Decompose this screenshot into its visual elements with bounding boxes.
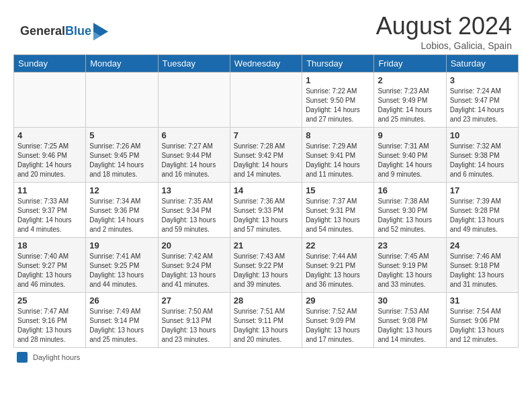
table-row: 20Sunrise: 7:42 AM Sunset: 9:24 PM Dayli… [158,238,230,293]
day-number: 15 [306,185,370,195]
table-row: 8Sunrise: 7:29 AM Sunset: 9:41 PM Daylig… [302,128,374,183]
calendar-table: Sunday Monday Tuesday Wednesday Thursday… [13,54,519,348]
table-row: 21Sunrise: 7:43 AM Sunset: 9:22 PM Dayli… [230,238,302,293]
day-info: Sunrise: 7:31 AM Sunset: 9:40 PM Dayligh… [378,142,442,179]
month-year: August 2024 [376,12,512,40]
calendar-week-3: 11Sunrise: 7:33 AM Sunset: 9:37 PM Dayli… [14,183,519,238]
table-row: 31Sunrise: 7:54 AM Sunset: 9:06 PM Dayli… [446,293,518,348]
table-row: 23Sunrise: 7:45 AM Sunset: 9:19 PM Dayli… [374,238,446,293]
col-sunday: Sunday [14,55,86,73]
day-info: Sunrise: 7:26 AM Sunset: 9:45 PM Dayligh… [89,142,154,179]
table-row: 26Sunrise: 7:49 AM Sunset: 9:14 PM Dayli… [86,293,158,348]
day-info: Sunrise: 7:36 AM Sunset: 9:33 PM Dayligh… [234,197,298,234]
day-number: 30 [378,295,442,306]
day-number: 23 [378,240,442,250]
table-row: 25Sunrise: 7:47 AM Sunset: 9:16 PM Dayli… [14,293,86,348]
table-row: 3Sunrise: 7:24 AM Sunset: 9:47 PM Daylig… [446,73,518,128]
day-number: 4 [17,130,82,140]
day-info: Sunrise: 7:49 AM Sunset: 9:14 PM Dayligh… [89,307,154,345]
table-row [14,73,86,128]
day-info: Sunrise: 7:47 AM Sunset: 9:16 PM Dayligh… [17,307,82,345]
legend-color-box [17,352,28,363]
day-info: Sunrise: 7:32 AM Sunset: 9:38 PM Dayligh… [450,142,515,179]
logo: GeneralBlue [20,23,108,40]
day-info: Sunrise: 7:37 AM Sunset: 9:31 PM Dayligh… [306,197,370,234]
col-tuesday: Tuesday [158,55,230,73]
table-row: 17Sunrise: 7:39 AM Sunset: 9:28 PM Dayli… [446,183,518,238]
day-number: 12 [89,185,154,195]
day-number: 20 [162,240,226,250]
location: Lobios, Galicia, Spain [376,40,512,51]
table-row: 6Sunrise: 7:27 AM Sunset: 9:44 PM Daylig… [158,128,230,183]
day-info: Sunrise: 7:27 AM Sunset: 9:44 PM Dayligh… [162,142,226,179]
legend-label: Daylight hours [33,353,80,361]
table-row: 11Sunrise: 7:33 AM Sunset: 9:37 PM Dayli… [14,183,86,238]
day-number: 31 [450,295,515,306]
day-number: 19 [89,240,154,250]
calendar-week-4: 18Sunrise: 7:40 AM Sunset: 9:27 PM Dayli… [14,238,519,293]
day-number: 24 [450,240,515,250]
day-info: Sunrise: 7:53 AM Sunset: 9:08 PM Dayligh… [378,307,442,345]
day-number: 25 [17,295,82,306]
table-row: 28Sunrise: 7:51 AM Sunset: 9:11 PM Dayli… [230,293,302,348]
day-info: Sunrise: 7:23 AM Sunset: 9:49 PM Dayligh… [378,87,442,124]
table-row: 29Sunrise: 7:52 AM Sunset: 9:09 PM Dayli… [302,293,374,348]
table-row: 2Sunrise: 7:23 AM Sunset: 9:49 PM Daylig… [374,73,446,128]
day-info: Sunrise: 7:25 AM Sunset: 9:46 PM Dayligh… [17,142,82,179]
day-info: Sunrise: 7:24 AM Sunset: 9:47 PM Dayligh… [450,87,515,124]
table-row: 19Sunrise: 7:41 AM Sunset: 9:25 PM Dayli… [86,238,158,293]
day-info: Sunrise: 7:34 AM Sunset: 9:36 PM Dayligh… [89,197,154,234]
table-row: 22Sunrise: 7:44 AM Sunset: 9:21 PM Dayli… [302,238,374,293]
logo-icon [93,23,108,40]
day-info: Sunrise: 7:40 AM Sunset: 9:27 PM Dayligh… [17,252,82,289]
calendar-week-5: 25Sunrise: 7:47 AM Sunset: 9:16 PM Dayli… [14,293,519,348]
calendar-week-1: 1Sunrise: 7:22 AM Sunset: 9:50 PM Daylig… [14,73,519,128]
day-number: 9 [378,130,442,140]
table-row: 27Sunrise: 7:50 AM Sunset: 9:13 PM Dayli… [158,293,230,348]
day-number: 8 [306,130,370,140]
day-info: Sunrise: 7:44 AM Sunset: 9:21 PM Dayligh… [306,252,370,289]
day-number: 26 [89,295,154,306]
table-row: 12Sunrise: 7:34 AM Sunset: 9:36 PM Dayli… [86,183,158,238]
table-row: 15Sunrise: 7:37 AM Sunset: 9:31 PM Dayli… [302,183,374,238]
table-row: 30Sunrise: 7:53 AM Sunset: 9:08 PM Dayli… [374,293,446,348]
day-number: 16 [378,185,442,195]
table-row [158,73,230,128]
table-row: 1Sunrise: 7:22 AM Sunset: 9:50 PM Daylig… [302,73,374,128]
day-info: Sunrise: 7:45 AM Sunset: 9:19 PM Dayligh… [378,252,442,289]
table-row: 5Sunrise: 7:26 AM Sunset: 9:45 PM Daylig… [86,128,158,183]
day-number: 2 [378,75,442,85]
day-number: 11 [17,185,82,195]
day-number: 28 [234,295,298,306]
day-number: 18 [17,240,82,250]
logo-general: GeneralBlue [20,25,91,38]
day-number: 7 [234,130,298,140]
table-row: 9Sunrise: 7:31 AM Sunset: 9:40 PM Daylig… [374,128,446,183]
day-number: 14 [234,185,298,195]
day-number: 3 [450,75,515,85]
day-number: 21 [234,240,298,250]
day-info: Sunrise: 7:22 AM Sunset: 9:50 PM Dayligh… [306,87,370,124]
table-row: 18Sunrise: 7:40 AM Sunset: 9:27 PM Dayli… [14,238,86,293]
calendar-header-row: Sunday Monday Tuesday Wednesday Thursday… [14,55,519,73]
title-section: August 2024 Lobios, Galicia, Spain [376,12,512,51]
day-info: Sunrise: 7:35 AM Sunset: 9:34 PM Dayligh… [162,197,226,234]
day-info: Sunrise: 7:52 AM Sunset: 9:09 PM Dayligh… [306,307,370,345]
table-row: 7Sunrise: 7:28 AM Sunset: 9:42 PM Daylig… [230,128,302,183]
day-number: 27 [162,295,226,306]
day-number: 6 [162,130,226,140]
day-info: Sunrise: 7:33 AM Sunset: 9:37 PM Dayligh… [17,197,82,234]
page-header: GeneralBlue August 2024 Lobios, Galicia,… [7,5,525,54]
day-info: Sunrise: 7:54 AM Sunset: 9:06 PM Dayligh… [450,307,515,345]
table-row: 10Sunrise: 7:32 AM Sunset: 9:38 PM Dayli… [446,128,518,183]
table-row: 14Sunrise: 7:36 AM Sunset: 9:33 PM Dayli… [230,183,302,238]
col-monday: Monday [86,55,158,73]
calendar-week-2: 4Sunrise: 7:25 AM Sunset: 9:46 PM Daylig… [14,128,519,183]
day-number: 13 [162,185,226,195]
day-info: Sunrise: 7:38 AM Sunset: 9:30 PM Dayligh… [378,197,442,234]
day-info: Sunrise: 7:28 AM Sunset: 9:42 PM Dayligh… [234,142,298,179]
table-row: 4Sunrise: 7:25 AM Sunset: 9:46 PM Daylig… [14,128,86,183]
day-info: Sunrise: 7:50 AM Sunset: 9:13 PM Dayligh… [162,307,226,345]
col-wednesday: Wednesday [230,55,302,73]
table-row [230,73,302,128]
